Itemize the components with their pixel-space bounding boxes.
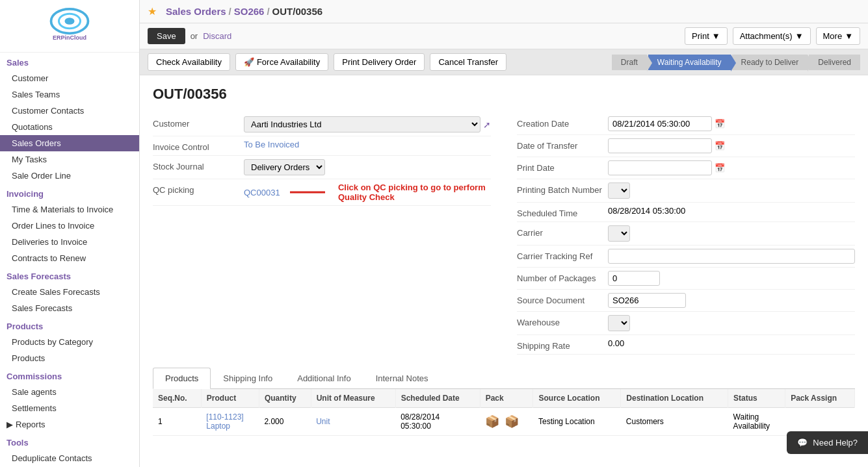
favorite-star-icon[interactable]: ★ xyxy=(148,5,157,18)
sidebar-item-customer[interactable]: Customer xyxy=(0,70,139,86)
chevron-right-icon: ▶ xyxy=(7,420,13,429)
status-delivered[interactable]: Delivered xyxy=(809,55,860,70)
sidebar-item-sale-agents[interactable]: Sale agents xyxy=(0,384,139,400)
num-packages-input[interactable] xyxy=(608,271,660,286)
stock-journal-value: Delivery Orders xyxy=(244,159,491,175)
force-availability-button[interactable]: 🚀 Force Availability xyxy=(235,53,328,71)
sidebar-item-products[interactable]: Products xyxy=(0,350,139,366)
calendar2-icon[interactable]: 📅 xyxy=(715,141,725,151)
stock-journal-select[interactable]: Delivery Orders xyxy=(244,159,325,175)
discard-button[interactable]: Discard xyxy=(203,31,231,41)
tab-shipping-info[interactable]: Shipping Info xyxy=(211,368,285,388)
source-document-input[interactable] xyxy=(608,293,686,308)
sidebar-item-deduplicate[interactable]: Deduplicate Contacts xyxy=(0,450,139,466)
form-area: OUT/00356 Customer Aarti Industries Ltd … xyxy=(140,75,868,467)
warehouse-select[interactable] xyxy=(608,315,630,331)
sidebar-item-deliveries[interactable]: Deliveries to Invoice xyxy=(0,234,139,250)
form-row-print-date: Print Date 📅 xyxy=(517,157,855,179)
cancel-transfer-button[interactable]: Cancel Transfer xyxy=(430,53,506,71)
sidebar-item-sales-teams[interactable]: Sales Teams xyxy=(0,86,139,103)
save-button[interactable]: Save xyxy=(148,28,185,44)
action-bar: Save or Discard Print ▼ Attachment(s) ▼ … xyxy=(140,23,868,49)
form-row-printing-batch: Printing Batch Number xyxy=(517,179,855,203)
customer-select[interactable]: Aarti Industries Ltd xyxy=(244,116,480,133)
breadcrumb-current: OUT/00356 xyxy=(272,6,323,17)
print-delivery-button[interactable]: Print Delivery Order xyxy=(334,53,425,71)
carrier-tracking-value xyxy=(608,249,855,264)
form-row-stock-journal: Stock Journal Delivery Orders xyxy=(153,156,491,179)
carrier-select[interactable] xyxy=(608,225,630,242)
form-grid: Customer Aarti Industries Ltd ➚ Invoice … xyxy=(153,113,855,355)
col-pack-assign: Pack Assign xyxy=(785,389,855,408)
creation-date-label: Creation Date xyxy=(517,116,608,129)
form-right: Creation Date 📅 Date of Transfer 📅 xyxy=(517,113,855,355)
svg-point-2 xyxy=(65,18,75,25)
carrier-tracking-input[interactable] xyxy=(608,249,855,264)
carrier-label: Carrier xyxy=(517,225,608,238)
status-pipeline: Draft Waiting Availability Ready to Deli… xyxy=(612,55,860,70)
sidebar-toggle-reports[interactable]: ▶ Reports xyxy=(0,416,139,433)
tab-products[interactable]: Products xyxy=(153,368,211,389)
tab-internal-notes[interactable]: Internal Notes xyxy=(363,368,441,388)
need-help-button[interactable]: 💬 Need Help? xyxy=(787,431,868,454)
breadcrumb-sales-orders[interactable]: Sales Orders xyxy=(166,6,226,17)
tab-additional-info[interactable]: Additional Info xyxy=(285,368,363,388)
customer-value: Aarti Industries Ltd ➚ xyxy=(244,116,491,133)
sidebar-item-contracts[interactable]: Contracts to Renew xyxy=(0,250,139,266)
sidebar-section-reports: ▶ Reports xyxy=(0,416,139,433)
status-waiting[interactable]: Waiting Availability xyxy=(648,55,731,70)
sidebar-item-quotations[interactable]: Quotations xyxy=(0,119,139,135)
creation-date-input[interactable] xyxy=(608,116,712,131)
col-source-location: Source Location xyxy=(533,389,621,408)
customer-label: Customer xyxy=(153,116,244,129)
more-button[interactable]: More ▼ xyxy=(816,27,861,45)
printing-batch-select[interactable] xyxy=(608,183,630,199)
cell-product[interactable]: [110-1123]Laptop xyxy=(201,408,259,436)
sidebar-section-label-products: Products xyxy=(0,316,139,334)
sidebar-item-order-lines[interactable]: Order Lines to Invoice xyxy=(0,218,139,234)
form-row-customer: Customer Aarti Industries Ltd ➚ xyxy=(153,113,491,136)
sidebar-item-time-materials[interactable]: Time & Materials to Invoice xyxy=(0,201,139,218)
print-button[interactable]: Print ▼ xyxy=(685,27,728,45)
annotation-text: Click on QC picking to go to perform Qua… xyxy=(338,183,491,202)
form-row-carrier: Carrier xyxy=(517,222,855,246)
pack-icon-1[interactable]: 📦 xyxy=(485,415,499,428)
form-row-qc-picking: QC picking QC00031 xyxy=(153,179,491,206)
check-availability-button[interactable]: Check Availability xyxy=(148,53,230,71)
creation-date-value: 📅 xyxy=(608,116,855,131)
sidebar-item-sale-order-line[interactable]: Sale Order Line xyxy=(0,168,139,184)
sidebar-item-my-tasks[interactable]: My Tasks xyxy=(0,151,139,168)
annotation-arrow-icon xyxy=(287,183,325,202)
breadcrumb-so266[interactable]: SO266 xyxy=(234,6,265,17)
cell-source-location: Testing Location xyxy=(533,408,621,436)
chat-icon: 💬 xyxy=(797,438,808,448)
source-document-value xyxy=(608,293,855,308)
sidebar-section-label-invoicing: Invoicing xyxy=(0,184,139,201)
scheduled-time-label: Scheduled Time xyxy=(517,206,608,218)
print-date-input[interactable] xyxy=(608,160,712,175)
form-row-creation-date: Creation Date 📅 xyxy=(517,113,855,135)
sidebar-section-label-commissions: Commissions xyxy=(0,366,139,384)
status-ready[interactable]: Ready to Deliver xyxy=(732,55,808,70)
attachments-button[interactable]: Attachment(s) ▼ xyxy=(733,27,811,45)
calendar-icon[interactable]: 📅 xyxy=(715,119,725,129)
workflow-bar: Check Availability 🚀 Force Availability … xyxy=(140,49,868,75)
pack-icon-2[interactable]: 📦 xyxy=(505,415,519,428)
date-transfer-input[interactable] xyxy=(608,138,712,153)
qc-picking-link[interactable]: QC00031 xyxy=(244,188,280,197)
sidebar-section-label-tools: Tools xyxy=(0,433,139,450)
calendar3-icon[interactable]: 📅 xyxy=(715,163,725,173)
sidebar-item-sales-orders[interactable]: Sales Orders xyxy=(0,135,139,151)
top-bar: ★ Sales Orders / SO266 / OUT/00356 xyxy=(140,0,868,23)
printing-batch-value xyxy=(608,183,855,199)
sidebar-item-sales-forecasts[interactable]: Sales Forecasts xyxy=(0,300,139,316)
customer-external-link-icon[interactable]: ➚ xyxy=(483,120,491,130)
sidebar-item-create-forecasts[interactable]: Create Sales Forecasts xyxy=(0,284,139,300)
sidebar-item-settlements[interactable]: Settlements xyxy=(0,400,139,416)
carrier-tracking-label: Carrier Tracking Ref xyxy=(517,249,608,261)
status-draft[interactable]: Draft xyxy=(612,55,647,70)
form-row-invoice-control: Invoice Control To Be Invoiced xyxy=(153,136,491,156)
col-status: Status xyxy=(728,389,785,408)
sidebar-item-customer-contacts[interactable]: Customer Contacts xyxy=(0,103,139,119)
sidebar-item-products-by-category[interactable]: Products by Category xyxy=(0,334,139,350)
